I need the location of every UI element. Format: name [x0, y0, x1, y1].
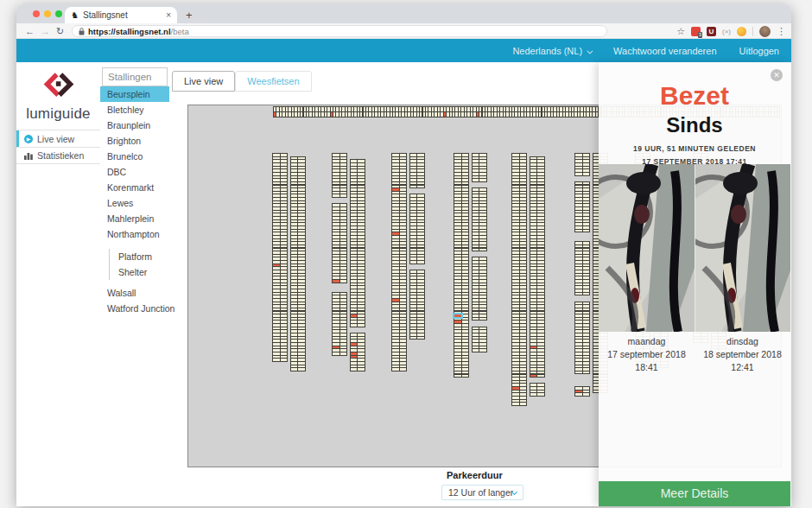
parking-spot[interactable]	[399, 367, 408, 371]
occupancy-status: Bezet	[599, 81, 790, 111]
tab-favicon-icon: ♞	[71, 11, 79, 20]
stalling-item-northampton[interactable]: Northampton	[100, 226, 169, 242]
back-icon[interactable]: ←	[25, 23, 35, 39]
macos-close-button[interactable]	[33, 10, 40, 17]
parking-spot[interactable]	[582, 392, 591, 397]
bike-photo-graphic	[599, 164, 695, 332]
parking-spot[interactable]	[519, 402, 528, 406]
stallingen-title: Stallingen	[102, 67, 168, 86]
view-tabs: Live view Weesfietsen	[172, 71, 312, 92]
brand-logo: lumiguide	[16, 62, 100, 123]
parking-spot[interactable]	[582, 172, 591, 176]
stalling-item-beursplein[interactable]: Beursplein	[100, 86, 169, 102]
parking-spot[interactable]	[416, 336, 425, 340]
browser-toolbar: ← → ↻ https://stallingsnet.nl/beta ☆ 3 U…	[16, 23, 791, 39]
parking-spot[interactable]	[461, 374, 470, 378]
browser-tab[interactable]: ♞ Stallingsnet ×	[65, 7, 177, 23]
meer-details-button[interactable]: Meer Details	[599, 481, 790, 506]
stalling-item-mahlerplein[interactable]: Mahlerplein	[100, 211, 169, 226]
tab-weesfietsen[interactable]: Weesfietsen	[235, 71, 311, 92]
profile-avatar[interactable]	[759, 26, 771, 37]
live-view-icon: ▶	[24, 135, 33, 143]
stalling-item-dbc[interactable]: DBC	[100, 164, 169, 180]
parking-spot[interactable]	[339, 352, 348, 356]
bike-photo-graphic	[695, 164, 791, 332]
tab-live-view[interactable]: Live view	[172, 71, 235, 92]
stalling-item-braunplein[interactable]: Braunplein	[100, 117, 169, 133]
tab-close-icon[interactable]: ×	[166, 10, 171, 20]
photo-caption: dinsdag 18 september 2018 12:41	[695, 335, 790, 374]
language-selector[interactable]: Nederlands (NL)	[512, 46, 591, 56]
stallingen-subgroup: PlatformShelter	[109, 249, 169, 280]
extension-emoji-icon[interactable]	[737, 27, 746, 36]
selected-spot-ring[interactable]	[453, 313, 464, 320]
parking-spot[interactable]	[582, 371, 591, 375]
stalling-item-korenmarkt[interactable]: Korenmarkt	[100, 180, 169, 195]
stalling-item-shelter[interactable]: Shelter	[110, 264, 169, 280]
reload-icon[interactable]: ↻	[56, 23, 64, 39]
sidebar-item-label: Statistieken	[37, 150, 84, 161]
brand-name: lumiguide	[16, 105, 100, 123]
stallingen-list: BeurspleinBletchleyBraunpleinBrightonBru…	[100, 86, 169, 316]
sidebar-item-statistieken[interactable]: Statistieken	[16, 147, 100, 164]
change-password-link[interactable]: Wachtwoord veranderen	[613, 46, 716, 56]
stalling-item-bletchley[interactable]: Bletchley	[100, 102, 169, 117]
macos-minimize-button[interactable]	[44, 10, 51, 17]
parking-spot[interactable]	[582, 229, 591, 233]
caption-day: maandag	[599, 335, 695, 348]
parking-spot[interactable]	[479, 317, 487, 321]
forward-icon[interactable]: →	[41, 23, 50, 39]
extension-icon[interactable]: 3	[691, 27, 701, 36]
occupancy-photo[interactable]	[695, 164, 791, 332]
parkeerduur-select[interactable]: 12 Uur of langer	[441, 485, 523, 500]
sidebar: lumiguide ▶ Live view Statistieken	[16, 62, 100, 506]
stalling-item-brighton[interactable]: Brighton	[100, 133, 169, 149]
stalling-item-lewes[interactable]: Lewes	[100, 195, 169, 211]
caption-date: 17 september 2018	[599, 348, 695, 361]
parking-spot[interactable]	[297, 367, 306, 371]
spot-detail-panel: ✕ Bezet Sinds 19 UUR, 51 MINUTEN GELEDEN…	[599, 62, 790, 506]
parking-spot[interactable]	[479, 348, 487, 352]
parking-spot[interactable]	[416, 185, 425, 189]
new-tab-button[interactable]: +	[186, 7, 193, 23]
parking-spot[interactable]	[582, 292, 591, 296]
bar-chart-icon	[24, 152, 33, 160]
extension-paren-icon[interactable]: (×)	[722, 27, 731, 36]
browser-menu-icon[interactable]: ⋮	[777, 26, 786, 37]
parkeerduur-value: 12 Uur of langer	[448, 487, 513, 498]
stalling-item-walsall[interactable]: Walsall	[100, 285, 169, 301]
parking-spot[interactable]	[339, 194, 348, 198]
parking-spot[interactable]	[339, 279, 348, 283]
macos-zoom-button[interactable]	[55, 10, 62, 17]
address-bar[interactable]: https://stallingsnet.nl/beta	[72, 25, 607, 37]
logout-link[interactable]: Uitloggen	[739, 46, 779, 56]
occupancy-photo[interactable]	[599, 164, 695, 332]
stallingen-group: WalsallWatford Junction	[100, 285, 169, 316]
parking-spot[interactable]	[280, 358, 289, 362]
caption-time: 12:41	[695, 361, 790, 374]
stalling-item-brunelco[interactable]: Brunelco	[100, 149, 169, 164]
sidebar-item-live-view[interactable]: ▶ Live view	[16, 130, 100, 147]
ublock-extension-icon[interactable]: U	[707, 27, 716, 36]
lock-icon	[79, 28, 85, 35]
parking-spot[interactable]	[357, 323, 365, 327]
parking-spot[interactable]	[479, 178, 487, 182]
caption-date: 18 september 2018	[695, 348, 790, 361]
parking-spot[interactable]	[357, 367, 365, 371]
close-icon[interactable]: ✕	[771, 69, 783, 81]
parking-spot[interactable]	[479, 248, 487, 252]
lumiguide-logo-icon	[42, 70, 75, 101]
parking-spot[interactable]	[536, 374, 545, 378]
sidebar-item-label: Live view	[37, 134, 74, 144]
parking-spot[interactable]	[536, 392, 545, 397]
stallingen-panel: Stallingen BeurspleinBletchleyBraunplein…	[100, 62, 169, 316]
since-title: Sinds	[599, 113, 790, 137]
bookmark-star-icon[interactable]: ☆	[676, 26, 685, 37]
since-relative: 19 UUR, 51 MINUTEN GELEDEN	[599, 144, 790, 153]
toolbar-divider	[752, 27, 753, 36]
caption-day: dinsdag	[695, 335, 790, 348]
stalling-item-platform[interactable]: Platform	[110, 249, 169, 264]
photo-captions: maandag 17 september 2018 18:41 dinsdag …	[599, 335, 790, 374]
parking-spot[interactable]	[416, 260, 425, 264]
stalling-item-watford-junction[interactable]: Watford Junction	[100, 301, 169, 316]
